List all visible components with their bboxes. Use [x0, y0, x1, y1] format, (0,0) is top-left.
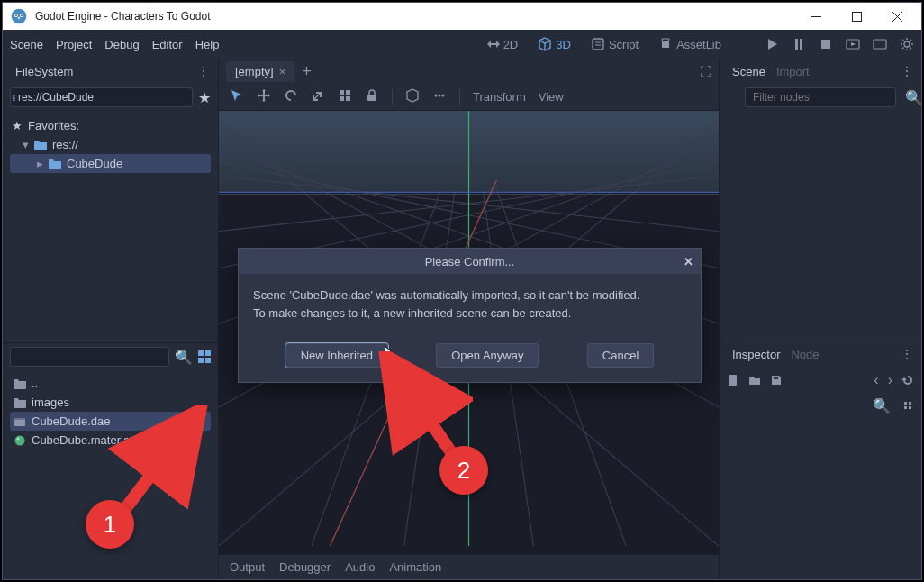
history-icon[interactable] [901, 374, 914, 386]
scene-dock-tab[interactable]: Scene [727, 61, 771, 82]
view-menu[interactable]: View [539, 90, 564, 104]
menu-project[interactable]: Project [56, 38, 92, 51]
filesystem-search-input[interactable] [10, 347, 169, 367]
workspace-script-button[interactable]: Script [587, 33, 642, 55]
file-cubedude-dae[interactable]: CubeDude.dae [10, 412, 211, 431]
svg-point-0 [12, 9, 27, 24]
res-root[interactable]: res:// [52, 138, 78, 151]
node-tab[interactable]: Node [785, 344, 824, 365]
bottom-tab-animation[interactable]: Animation [389, 560, 441, 574]
bottom-tab-debugger[interactable]: Debugger [279, 560, 331, 574]
favorite-star-icon[interactable]: ★ [198, 89, 211, 106]
close-tab-icon[interactable]: × [279, 65, 286, 78]
add-scene-tab-button[interactable]: + [302, 62, 312, 81]
svg-point-28 [442, 95, 445, 97]
svg-rect-21 [340, 90, 344, 95]
gizmo-icon[interactable] [432, 88, 447, 105]
rotate-mode-icon[interactable] [284, 88, 298, 105]
path-field[interactable]: res://CubeDude [10, 87, 193, 107]
window-close-button[interactable] [877, 3, 918, 30]
lock-icon[interactable] [365, 88, 379, 105]
svg-rect-5 [18, 17, 20, 20]
svg-rect-8 [662, 41, 669, 48]
cube-icon[interactable] [405, 88, 420, 105]
history-forward-icon[interactable]: › [888, 372, 892, 388]
window-title: Godot Engine - Characters To Godot [35, 10, 796, 23]
inspector-menu-icon[interactable]: ⋮ [901, 347, 914, 361]
transform-menu[interactable]: Transform [473, 90, 526, 104]
menu-scene[interactable]: Scene [10, 38, 43, 51]
svg-rect-14 [205, 350, 211, 356]
scene-dock-menu-icon[interactable]: ⋮ [901, 64, 914, 78]
svg-point-4 [21, 14, 23, 16]
bottom-tab-output[interactable]: Output [230, 560, 265, 574]
star-icon: ★ [12, 119, 23, 132]
search-icon[interactable]: 🔍 [175, 349, 193, 366]
pause-button[interactable] [792, 37, 806, 51]
dialog-text-line1: Scene 'CubeDude.dae' was automatically i… [253, 286, 686, 305]
play-custom-button[interactable] [873, 37, 887, 51]
tool-icon[interactable] [901, 399, 914, 412]
menu-help[interactable]: Help [195, 38, 220, 51]
dialog-close-icon[interactable]: ✕ [684, 255, 693, 268]
godot-logo-icon [10, 7, 28, 25]
svg-rect-7 [593, 39, 603, 50]
svg-rect-9 [821, 40, 830, 49]
svg-rect-22 [346, 90, 350, 95]
cancel-button[interactable]: Cancel [587, 343, 654, 368]
menu-editor[interactable]: Editor [152, 38, 183, 51]
menu-debug[interactable]: Debug [104, 38, 139, 51]
nav-forward-icon[interactable]: › [10, 90, 18, 105]
scale-mode-icon[interactable] [311, 88, 325, 105]
grid-view-icon[interactable] [198, 350, 211, 363]
bottom-tab-audio[interactable]: Audio [345, 560, 375, 574]
history-back-icon[interactable]: ‹ [874, 372, 878, 388]
open-anyway-button[interactable]: Open Anyway [436, 343, 539, 368]
search-icon[interactable]: 🔍 [873, 397, 891, 414]
folder-cubedude[interactable]: ▸CubeDude [10, 154, 211, 173]
workspace-3d-button[interactable]: 3D [534, 33, 575, 55]
snap-icon[interactable] [338, 88, 352, 105]
viewport-toolbar: Transform View [219, 84, 719, 111]
select-mode-icon[interactable] [230, 88, 244, 105]
filesystem-panel-header: FileSystem ⋮ [3, 59, 218, 84]
svg-point-26 [435, 95, 438, 97]
file-up[interactable]: .. [10, 374, 211, 393]
distraction-free-icon[interactable]: ⛶ [700, 65, 711, 78]
scene-tab-empty[interactable]: [empty]× [226, 61, 294, 82]
favorites-label: Favorites: [28, 119, 79, 132]
scene-filter-input[interactable] [745, 87, 896, 107]
dialog-title: Please Confirm... [425, 255, 515, 268]
new-inherited-button[interactable]: New Inherited [285, 343, 388, 368]
workspace-2d-button[interactable]: 2D [482, 33, 522, 55]
folder-icon [34, 140, 47, 150]
save-resource-icon[interactable] [770, 374, 783, 386]
svg-point-20 [17, 437, 20, 440]
import-dock-tab[interactable]: Import [771, 61, 815, 82]
svg-rect-11 [874, 40, 886, 49]
scene-file-icon [14, 415, 26, 428]
file-images[interactable]: images [10, 393, 211, 412]
filesystem-tab[interactable]: FileSystem [10, 61, 78, 82]
stop-button[interactable] [819, 37, 833, 51]
inspector-tab[interactable]: Inspector [727, 344, 785, 365]
folder-icon [14, 377, 26, 390]
workspace-assetlib-button[interactable]: AssetLib [655, 33, 725, 55]
new-resource-icon[interactable] [727, 374, 739, 386]
settings-button[interactable] [900, 37, 914, 51]
material-icon [14, 434, 26, 447]
play-button[interactable] [765, 37, 779, 51]
play-scene-button[interactable] [846, 37, 860, 51]
svg-point-12 [904, 41, 910, 47]
svg-rect-47 [729, 375, 737, 386]
move-mode-icon[interactable] [257, 88, 271, 105]
svg-rect-15 [198, 358, 204, 363]
file-cubedude-material[interactable]: CubeDube.material [10, 431, 211, 450]
filesystem-menu-icon[interactable]: ⋮ [197, 64, 211, 78]
window-minimize-button[interactable] [796, 3, 837, 30]
chevron-right-icon[interactable]: ▸ [37, 157, 43, 170]
window-maximize-button[interactable] [837, 3, 877, 30]
search-icon[interactable]: 🔍 [905, 89, 923, 106]
chevron-down-icon[interactable]: ▾ [23, 138, 29, 151]
open-resource-icon[interactable] [748, 374, 761, 386]
